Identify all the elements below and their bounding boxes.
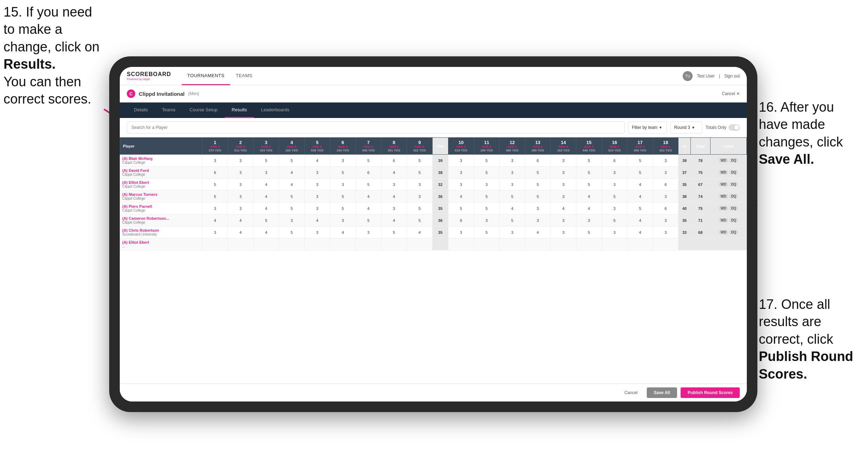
score-cell-back[interactable]: 5	[627, 155, 653, 167]
score-cell-back[interactable]: 5	[576, 226, 602, 238]
score-cell[interactable]: 3	[228, 203, 254, 214]
score-cell-back[interactable]: 3	[602, 179, 627, 191]
score-cell-back[interactable]: 3	[653, 167, 678, 179]
score-cell[interactable]: 5	[279, 203, 305, 214]
score-cell-back[interactable]: 5	[525, 167, 551, 179]
nav-teams[interactable]: TEAMS	[230, 67, 258, 85]
score-cell-back[interactable]	[551, 238, 576, 250]
dq-badge[interactable]: DQ	[729, 230, 738, 235]
score-cell-back[interactable]: 4	[576, 191, 602, 203]
score-cell-back[interactable]	[474, 238, 500, 250]
score-cell[interactable]: 3	[330, 179, 356, 191]
player-name[interactable]: (A) Cameron Robertson...	[122, 216, 200, 220]
score-cell-back[interactable]: 3	[448, 226, 474, 238]
score-cell[interactable]: 5	[356, 155, 382, 167]
score-cell[interactable]: 5	[381, 226, 407, 238]
score-cell-back[interactable]: 3	[525, 214, 551, 226]
score-cell-back[interactable]: 4	[627, 226, 653, 238]
score-cell[interactable]: 5	[407, 167, 433, 179]
wd-badge[interactable]: WD	[719, 170, 728, 175]
score-cell-back[interactable]: 5	[627, 203, 653, 214]
dq-badge[interactable]: DQ	[729, 170, 738, 175]
score-cell-back[interactable]: 3	[602, 167, 627, 179]
score-cell[interactable]: 5	[330, 191, 356, 203]
score-cell[interactable]: 5	[279, 155, 305, 167]
score-cell[interactable]: 4	[253, 203, 279, 214]
totals-only-toggle[interactable]: Totals Only	[706, 124, 740, 131]
score-cell[interactable]: 4	[253, 179, 279, 191]
score-cell-back[interactable]: 5	[474, 167, 500, 179]
score-cell[interactable]: 5	[202, 179, 228, 191]
filter-team-dropdown[interactable]: Filter by team ▾	[628, 122, 667, 133]
score-cell-back[interactable]: 5	[627, 167, 653, 179]
player-name[interactable]: (A) Piers Parnell	[122, 204, 200, 208]
tab-course-setup[interactable]: Course Setup	[182, 102, 225, 118]
score-cell-back[interactable]: 3	[448, 167, 474, 179]
score-cell-back[interactable]: 3	[448, 179, 474, 191]
score-cell[interactable]: 4	[304, 214, 330, 226]
score-cell[interactable]	[381, 238, 407, 250]
score-cell-back[interactable]: 3	[653, 214, 678, 226]
score-cell[interactable]: 4	[356, 191, 382, 203]
score-cell[interactable]	[253, 238, 279, 250]
score-cell-back[interactable]: 3	[653, 155, 678, 167]
score-cell-back[interactable]: 4	[525, 226, 551, 238]
score-cell[interactable]: 4	[279, 167, 305, 179]
score-cell[interactable]: 3	[407, 179, 433, 191]
score-cell[interactable]: 5	[407, 203, 433, 214]
wd-badge[interactable]: WD	[719, 194, 728, 199]
score-cell[interactable]: 5	[253, 214, 279, 226]
score-cell[interactable]: 4	[407, 226, 433, 238]
score-cell[interactable]: 4	[330, 226, 356, 238]
score-cell-back[interactable]: 3	[602, 203, 627, 214]
dq-badge[interactable]: DQ	[729, 206, 738, 211]
score-cell[interactable]: 4	[381, 214, 407, 226]
score-cell[interactable]: 4	[202, 214, 228, 226]
score-cell-back[interactable]: 3	[500, 155, 525, 167]
score-cell-back[interactable]: 4	[627, 191, 653, 203]
score-cell-back[interactable]: 5	[525, 179, 551, 191]
score-cell[interactable]: 3	[381, 179, 407, 191]
score-cell[interactable]: 3	[330, 214, 356, 226]
score-cell[interactable]: 5	[279, 191, 305, 203]
player-name[interactable]: (A) Elliot Ebert	[122, 180, 200, 185]
score-cell[interactable]: 3	[304, 203, 330, 214]
publish-round-scores-button[interactable]: Publish Round Scores	[681, 387, 740, 398]
dq-badge[interactable]: DQ	[729, 158, 738, 163]
score-cell[interactable]: 3	[356, 226, 382, 238]
score-cell[interactable]: 6	[381, 155, 407, 167]
cancel-button[interactable]: Cancel	[619, 387, 643, 398]
score-cell-back[interactable]: 5	[474, 155, 500, 167]
score-cell-back[interactable]: 3	[500, 167, 525, 179]
score-cell[interactable]: 5	[253, 155, 279, 167]
score-cell-back[interactable]: 4	[448, 191, 474, 203]
wd-badge[interactable]: WD	[719, 230, 728, 235]
score-cell[interactable]	[407, 238, 433, 250]
score-cell[interactable]: 5	[279, 226, 305, 238]
score-cell-back[interactable]: 5	[602, 214, 627, 226]
player-name[interactable]: (A) Elliot Ebert	[122, 240, 200, 244]
score-cell-back[interactable]: 4	[576, 203, 602, 214]
score-cell-back[interactable]: 3	[448, 155, 474, 167]
score-cell-back[interactable]: 3	[551, 191, 576, 203]
score-cell-back[interactable]: 6	[525, 155, 551, 167]
score-cell-back[interactable]: 5	[474, 203, 500, 214]
score-cell-back[interactable]: 4	[551, 203, 576, 214]
dq-badge[interactable]: DQ	[729, 182, 738, 187]
score-cell[interactable]	[304, 238, 330, 250]
score-cell-back[interactable]	[576, 238, 602, 250]
player-name[interactable]: (A) Blair McHarg	[122, 156, 200, 161]
score-cell[interactable]: 5	[330, 167, 356, 179]
score-cell-back[interactable]: 6	[653, 179, 678, 191]
score-cell[interactable]	[356, 238, 382, 250]
score-cell[interactable]: 4	[356, 203, 382, 214]
score-cell-back[interactable]: 6	[602, 155, 627, 167]
dq-badge[interactable]: DQ	[729, 218, 738, 223]
save-all-button[interactable]: Save All	[647, 387, 677, 398]
score-cell-back[interactable]	[500, 238, 525, 250]
score-cell-back[interactable]: 3	[474, 214, 500, 226]
tab-details[interactable]: Details	[127, 102, 155, 118]
score-cell[interactable]: 4	[381, 167, 407, 179]
toggle-switch[interactable]	[728, 124, 740, 131]
score-cell[interactable]	[228, 238, 254, 250]
